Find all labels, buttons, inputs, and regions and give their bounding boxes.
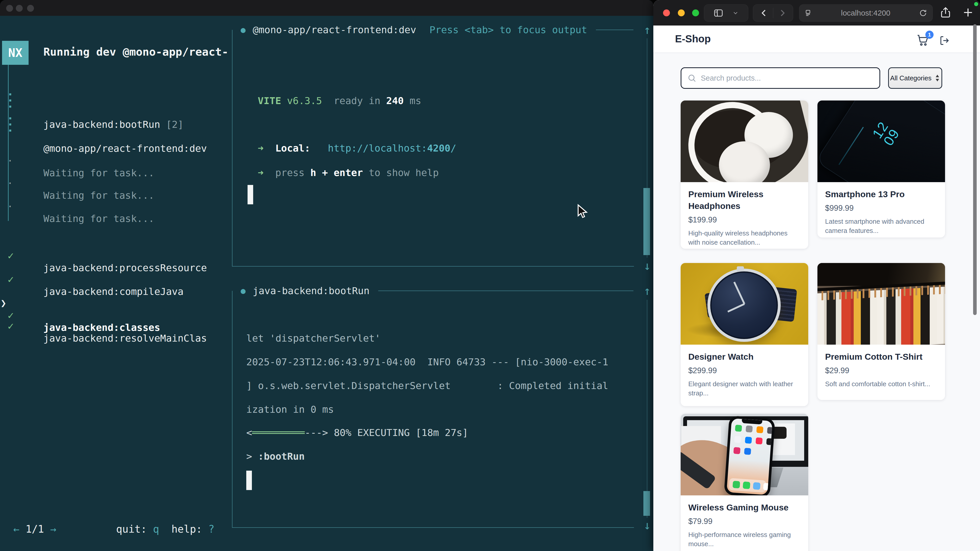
close-icon[interactable] — [663, 10, 670, 16]
task-row-classes-selected[interactable]: ❯ ✓ java-backend:classes — [0, 285, 24, 297]
category-value: All Categories — [890, 74, 932, 82]
share-icon[interactable] — [939, 6, 952, 19]
zoom-icon[interactable] — [692, 10, 699, 16]
terminal-run-title: Running dev @mono-app/react- — [43, 45, 228, 58]
address-bar[interactable]: localhost:4200 — [799, 4, 933, 22]
cart-button[interactable]: 1 — [916, 34, 929, 48]
product-info: Designer Watch $299.99 Elegant designer … — [681, 345, 808, 398]
scroll-up-icon: ↑ — [641, 24, 653, 36]
terminal-titlebar[interactable] — [0, 0, 653, 16]
local-url-slash[interactable]: / — [450, 143, 456, 154]
quit-key: q — [153, 523, 159, 535]
url-text[interactable]: localhost:4200 — [841, 9, 890, 17]
product-description: Latest smartphone with advanced camera f… — [825, 217, 937, 235]
product-card-watch[interactable]: Designer Watch $299.99 Elegant designer … — [681, 263, 808, 406]
product-description: High-performance wireless gaming mouse..… — [688, 530, 800, 548]
local-url[interactable]: http://localhost: — [310, 143, 427, 154]
local-url-port[interactable]: 4200 — [427, 143, 450, 154]
task-row-resolve-main-class: ✓ java-backend:resolveMainClas — [0, 308, 24, 320]
prompt-command: :bootRun — [252, 451, 305, 462]
progress-text: 80% EXECUTING [18m 27s] — [334, 427, 468, 438]
output-panel-frontend-title[interactable]: ● @mono-app/react-frontend:dev Press <ta… — [232, 24, 633, 36]
close-icon[interactable] — [6, 5, 13, 12]
arrow-icon: ➜ — [258, 167, 264, 178]
log-line: ization in 0 ms — [246, 403, 334, 416]
progress-dashes: ---> — [305, 427, 334, 438]
product-card-headphones[interactable]: Premium Wireless Headphones $199.99 High… — [681, 100, 808, 249]
log-line: ] o.s.web.servlet.DispatcherServlet : Co… — [246, 380, 608, 392]
mouse-art-notch — [741, 419, 762, 424]
category-select[interactable]: All Categories — [888, 67, 942, 89]
spinner-icon: ▪ ▪ ▪ — [9, 91, 12, 109]
page-scrollbar-thumb[interactable] — [973, 24, 977, 315]
product-name[interactable]: Designer Watch — [688, 351, 800, 362]
zoom-icon[interactable] — [27, 5, 34, 12]
pager-keys: quit: q help: ? — [116, 522, 215, 536]
mouse-art-dock-icons — [732, 481, 740, 489]
search-input[interactable] — [700, 74, 854, 83]
chevron-down-icon[interactable] — [732, 10, 739, 16]
scrollbar-track[interactable] — [647, 300, 648, 518]
task-count: [2] — [160, 119, 184, 130]
page-left-icon[interactable]: ← — [13, 523, 19, 535]
product-image-watch[interactable] — [681, 263, 808, 345]
help-label: help: — [172, 523, 202, 535]
back-icon[interactable] — [759, 8, 769, 18]
product-description: Elegant designer watch with leather stra… — [688, 380, 800, 398]
product-name[interactable]: Wireless Gaming Mouse — [688, 502, 800, 513]
product-price: $299.99 — [688, 366, 800, 375]
search-field[interactable] — [681, 67, 880, 89]
product-name[interactable]: Premium Cotton T-Shirt — [825, 351, 937, 362]
task-label: @mono-app/react-frontend:dev — [43, 142, 207, 155]
product-name[interactable]: Smartphone 13 Pro — [825, 188, 937, 200]
log-line: let 'dispatcherServlet' — [246, 332, 380, 345]
browser-toolbar: localhost:4200 — [653, 0, 980, 25]
panel-title-text: @mono-app/react-frontend:dev — [253, 24, 416, 35]
product-card-smartphone[interactable]: 12 09 Smartphone 13 Pro $999.99 Latest s… — [818, 100, 945, 238]
task-label: Waiting for task... — [43, 167, 154, 179]
minimize-icon[interactable] — [678, 10, 685, 16]
shop-logo[interactable]: E-Shop — [675, 33, 711, 44]
product-card-tshirt[interactable]: Premium Cotton T-Shirt $29.99 Soft and c… — [818, 263, 945, 400]
product-image-smartphone[interactable]: 12 09 — [818, 100, 945, 182]
terminal-cursor — [248, 185, 253, 204]
logout-button[interactable] — [939, 35, 950, 48]
task-row-process-resource: ✓ java-backend:processResource — [0, 237, 24, 249]
watch-art-crown — [737, 266, 744, 272]
product-card-mouse[interactable]: Wireless Gaming Mouse $79.99 High-perfor… — [681, 414, 808, 551]
vite-brand: VITE — [258, 95, 281, 106]
product-image-tshirt[interactable] — [818, 263, 945, 345]
product-price: $79.99 — [688, 517, 800, 526]
gradle-prompt-line: > :bootRun — [246, 450, 305, 463]
help-pre: press — [264, 167, 310, 178]
output-panel-bootrun-title[interactable]: ● java-backend:bootRun — [232, 285, 633, 297]
page-settings-icon[interactable] — [804, 9, 813, 17]
product-price: $999.99 — [825, 203, 937, 213]
reload-icon[interactable] — [919, 9, 928, 17]
forward-icon[interactable] — [777, 8, 787, 18]
ready-text: ready in — [322, 95, 387, 106]
task-label: Waiting for task... — [43, 189, 154, 202]
product-description: High-quality wireless headphones with no… — [688, 229, 800, 247]
page-indicator: 1/1 — [25, 523, 44, 535]
prompt-chevron-icon: > — [246, 451, 252, 462]
scrollbar-thumb[interactable] — [643, 491, 650, 516]
product-image-headphones[interactable] — [681, 100, 808, 182]
vite-ready-line: VITE v6.3.5 ready in 240 ms — [258, 94, 422, 107]
new-tab-icon[interactable] — [962, 6, 974, 19]
sidebar-toggle-group[interactable] — [704, 4, 748, 22]
panel-border-line — [378, 291, 633, 291]
logout-icon[interactable] — [939, 35, 950, 46]
page-right-icon[interactable]: → — [50, 523, 56, 535]
check-icon: ✓ — [8, 320, 14, 332]
scrollbar-thumb[interactable] — [643, 188, 650, 255]
product-info: Premium Wireless Headphones $199.99 High… — [681, 182, 808, 247]
product-name[interactable]: Premium Wireless Headphones — [688, 188, 800, 212]
minimize-icon[interactable] — [16, 5, 23, 12]
product-image-mouse[interactable] — [681, 414, 808, 495]
mouse-pointer — [575, 203, 591, 220]
sidebar-icon[interactable] — [713, 8, 724, 18]
local-label: Local: — [264, 143, 310, 154]
scroll-down-icon: ↓ — [641, 260, 653, 272]
pager-nav[interactable]: ← 1/1 → — [13, 522, 56, 536]
